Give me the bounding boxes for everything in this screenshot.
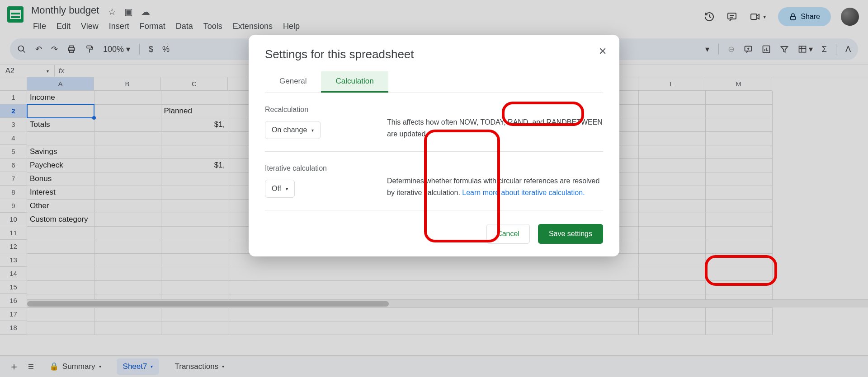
cell-C3[interactable]: $1, [161,118,228,131]
history-icon[interactable] [703,10,716,23]
sheet-tab-summary[interactable]: 🔒 Summary ▾ [43,358,108,375]
cell-M10[interactable] [705,213,772,226]
cell-C5[interactable] [161,145,228,158]
sheets-logo[interactable] [5,4,26,25]
cell-L14[interactable] [638,267,705,280]
undo-icon[interactable]: ↶ [35,44,42,54]
row-header-2[interactable]: 2 [0,104,27,118]
cell-A7[interactable]: Bonus [27,172,94,186]
row-header-5[interactable]: 5 [0,145,27,158]
row-header-13[interactable]: 13 [0,253,27,267]
meet-icon[interactable]: ▼ [748,10,768,23]
cell-C8[interactable] [161,186,228,199]
row-header-15[interactable]: 15 [0,280,27,294]
cell-C6[interactable]: $1, [161,158,228,172]
cell-L3[interactable] [638,118,705,131]
sheet-tab-sheet7[interactable]: Sheet7 ▾ [117,358,160,375]
cell-B3[interactable] [94,118,161,131]
row-header-6[interactable]: 6 [0,158,27,172]
cell-L13[interactable] [638,253,705,267]
cell-M8[interactable] [705,186,772,199]
cell-A15[interactable] [27,280,94,294]
cell-A17[interactable] [27,307,94,321]
cell-M9[interactable] [705,199,772,213]
link-icon[interactable]: ⊖ [728,44,735,54]
cell-L2[interactable] [638,104,705,118]
row-header-10[interactable]: 10 [0,213,27,226]
cell-C9[interactable] [161,199,228,213]
cell-A13[interactable] [27,253,94,267]
iterative-select[interactable]: Off▾ [265,180,295,198]
cell-B10[interactable] [94,213,161,226]
table-icon[interactable]: ▾ [798,44,813,54]
cell-L5[interactable] [638,145,705,158]
comments-icon[interactable] [726,10,738,23]
cell-M7[interactable] [705,172,772,186]
cell-C15[interactable] [161,280,228,294]
cell-A1[interactable]: Income [27,91,94,104]
sheet-tab-transactions[interactable]: Transactions ▾ [168,358,231,375]
cell-M6[interactable] [705,158,772,172]
name-box[interactable]: A2▾ [0,67,54,75]
cell-A18[interactable] [27,321,94,335]
cell-A9[interactable]: Other [27,199,94,213]
share-button[interactable]: Share [778,7,831,26]
row-header-4[interactable]: 4 [0,131,27,145]
cell-L11[interactable] [638,226,705,240]
cell-A12[interactable] [27,240,94,253]
cell-B1[interactable] [94,91,161,104]
menu-format[interactable]: Format [135,19,170,34]
cell-A5[interactable]: Savings [27,145,94,158]
cell-B6[interactable] [94,158,161,172]
cell-L8[interactable] [638,186,705,199]
close-button[interactable]: ✕ [599,46,607,57]
select-all-corner[interactable] [0,77,27,91]
toolbar-more-icon[interactable]: ▾ [705,44,709,54]
cell-L6[interactable] [638,158,705,172]
cell-K17[interactable] [571,307,638,321]
search-menus-icon[interactable] [17,45,26,54]
cell-M17[interactable] [705,307,772,321]
row-header-12[interactable]: 12 [0,240,27,253]
horizontal-scrollbar[interactable] [27,299,868,307]
row-header-3[interactable]: 3 [0,118,27,131]
paint-format-icon[interactable] [85,45,94,54]
insert-chart-icon[interactable] [762,45,771,54]
cell-K18[interactable] [571,321,638,335]
cell-C13[interactable] [161,253,228,267]
cell-M15[interactable] [705,280,772,294]
cell-B17[interactable] [94,307,161,321]
cell-B18[interactable] [94,321,161,335]
menu-help[interactable]: Help [278,19,304,34]
learn-more-link[interactable]: Learn more about iterative calculation. [462,189,585,196]
cell-A11[interactable] [27,226,94,240]
cell-M14[interactable] [705,267,772,280]
menu-insert[interactable]: Insert [104,19,134,34]
cell-B8[interactable] [94,186,161,199]
move-icon[interactable]: ▣ [124,6,133,17]
cell-K15[interactable] [571,280,638,294]
add-sheet-button[interactable]: ＋ [9,360,19,373]
account-avatar[interactable] [841,8,859,26]
zoom-select[interactable]: 100% ▾ [103,44,130,54]
filter-icon[interactable] [780,45,789,54]
cell-L12[interactable] [638,240,705,253]
cell-A3[interactable]: Totals [27,118,94,131]
cell-C1[interactable] [161,91,228,104]
col-header-L[interactable]: L [638,77,705,91]
menu-data[interactable]: Data [171,19,198,34]
menu-extensions[interactable]: Extensions [228,19,277,34]
col-header-M[interactable]: M [705,77,772,91]
row-header-16[interactable]: 16 [0,294,27,307]
cell-C7[interactable] [161,172,228,186]
cell-C10[interactable] [161,213,228,226]
col-header-A[interactable]: A [27,77,94,91]
cell-B4[interactable] [94,131,161,145]
cell-B2[interactable] [94,104,161,118]
cell-M18[interactable] [705,321,772,335]
cell-C14[interactable] [161,267,228,280]
cancel-button[interactable]: Cancel [486,224,530,244]
cell-A10[interactable]: Custom category [27,213,94,226]
cell-B14[interactable] [94,267,161,280]
collapse-toolbar-icon[interactable]: ᐱ [845,44,851,54]
